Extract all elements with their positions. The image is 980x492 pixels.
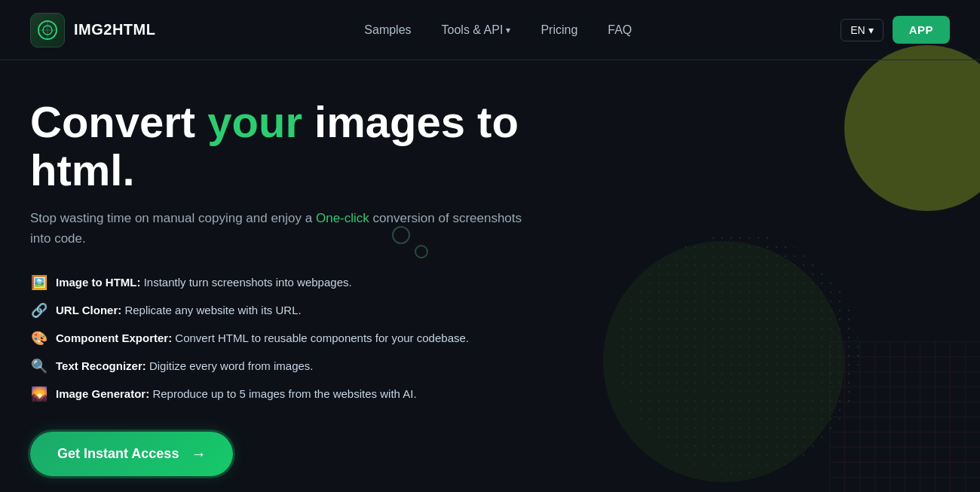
nav-samples[interactable]: Samples [364, 23, 411, 37]
logo-icon [30, 13, 65, 47]
component-exporter-icon: 🎨 [30, 329, 48, 349]
logo-text: IMG2HTML [74, 21, 155, 38]
feature-image-generator: 🌄 Image Generator: Reproduce up to 5 ima… [30, 384, 535, 405]
image-html-icon: 🖼️ [30, 273, 48, 293]
chevron-down-icon: ▾ [868, 24, 874, 36]
image-generator-icon: 🌄 [30, 384, 48, 405]
feature-image-to-html: 🖼️ Image to HTML: Instantly turn screens… [30, 273, 535, 293]
feature-list: 🖼️ Image to HTML: Instantly turn screens… [30, 273, 535, 405]
bg-circle-dark [603, 241, 844, 482]
text-recognizer-icon: 🔍 [30, 356, 48, 377]
feature-url-cloner: 🔗 URL Cloner: Replicate any website with… [30, 301, 535, 321]
feature-text-recognizer: 🔍 Text Recognizer: Digitize every word f… [30, 356, 535, 377]
url-cloner-icon: 🔗 [30, 301, 48, 321]
nav-pricing[interactable]: Pricing [541, 23, 577, 37]
hero-title: Convert your images to html. [30, 98, 535, 194]
nav-links: Samples Tools & API ▾ Pricing FAQ [364, 23, 632, 37]
cta-label: Get Instant Access [57, 446, 179, 462]
logo[interactable]: IMG2HTML [30, 13, 155, 47]
feature-component-exporter: 🎨 Component Exporter: Convert HTML to re… [30, 329, 535, 349]
app-button[interactable]: APP [893, 16, 950, 44]
nav-right: EN ▾ APP [841, 16, 950, 44]
nav-tools-api[interactable]: Tools & API ▾ [442, 23, 511, 37]
cta-button[interactable]: Get Instant Access → [30, 432, 233, 476]
language-selector[interactable]: EN ▾ [841, 19, 883, 41]
main-content: Convert your images to html. Stop wastin… [0, 60, 565, 492]
nav-faq[interactable]: FAQ [608, 23, 632, 37]
bg-grid-right [829, 341, 980, 492]
chevron-down-icon: ▾ [506, 25, 510, 35]
navbar: IMG2HTML Samples Tools & API ▾ Pricing F… [0, 0, 980, 60]
one-click-link[interactable]: One-click [316, 211, 369, 225]
hero-subtitle: Stop wasting time on manual copying and … [30, 208, 535, 249]
arrow-icon: → [191, 445, 206, 463]
bg-circle-olive [844, 45, 980, 211]
